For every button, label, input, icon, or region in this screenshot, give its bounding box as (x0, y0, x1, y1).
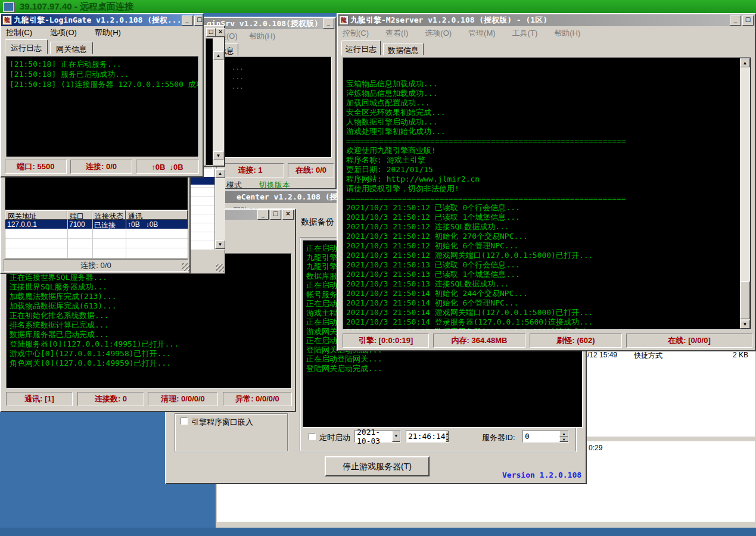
resize-grip[interactable] (216, 264, 224, 272)
spin-down-icon[interactable]: ▼ (559, 437, 568, 442)
row-line (190, 232, 214, 232)
minimize-button[interactable]: _ (182, 15, 193, 26)
selected-row[interactable] (190, 177, 214, 185)
row-line (190, 214, 214, 214)
rdp-connection-bar[interactable]: 39.107.97.40 - 远程桌面连接 (0, 0, 756, 13)
row-line (190, 241, 214, 241)
status-time: 0:29 (589, 444, 602, 452)
tab-run-log[interactable]: 运行日志 (5, 39, 48, 54)
bottom-strip (0, 528, 756, 536)
cell-address[interactable]: 127.0.0.1 (5, 220, 67, 229)
stop-server-button[interactable]: 停止游戏服务器(T) (325, 456, 430, 476)
maximize-button[interactable]: □ (270, 210, 281, 220)
remote-desktop-icon (3, 2, 14, 12)
cell-state[interactable]: 已连接 (92, 220, 126, 229)
spin-up-icon[interactable]: ▲ (446, 431, 449, 437)
status-online: 在线: 0/0 (288, 163, 334, 177)
selgate-log (5, 176, 188, 211)
close-button[interactable]: × (282, 210, 294, 220)
table-gridline (5, 248, 188, 248)
cell-port[interactable]: 7100 (67, 220, 92, 229)
window-bottom-border (217, 522, 755, 526)
tab-data-info[interactable]: 数据信息 (383, 43, 424, 55)
chevron-down-icon[interactable]: ▼ (392, 431, 400, 442)
maximize-button[interactable]: □ (194, 15, 203, 26)
column-header-address[interactable]: 网关地址 (5, 210, 67, 220)
titlebar[interactable]: 龍 九龍引擎-LoginGate v1.2.0.108 (授权... _ □ × (1, 14, 203, 26)
menubar[interactable]: 控制(C)查看(I)选项(O)管理(M)工具(T)帮助(H) (338, 28, 755, 39)
menu-item[interactable]: 工具(T) (508, 29, 538, 38)
menu-item[interactable]: 控制(C) (1, 28, 32, 37)
cell-traffic[interactable]: ↑0B ↓0B (126, 220, 188, 229)
menu-item-help[interactable]: 帮助(H) (249, 31, 275, 42)
row-line (190, 196, 214, 197)
scroll-up-icon[interactable]: ▲ (215, 169, 225, 178)
spin-up-icon[interactable]: ▲ (559, 431, 568, 437)
file-size: 2 KB (733, 351, 748, 359)
menu-item[interactable]: 管理(M) (463, 29, 496, 38)
log-line: 人物数据引擎启动成功... (346, 117, 751, 127)
vertical-scrollbar[interactable]: ▲ ▼ (213, 38, 224, 166)
scroll-up-icon[interactable]: ▲ (213, 51, 223, 60)
window-rungate-fragment: □ × ▲ ▼ (203, 25, 225, 167)
log-line: ========================================… (346, 136, 751, 146)
spin-down-icon[interactable]: ▼ (446, 437, 449, 442)
time-spin-buttons[interactable]: ▲ ▼ (446, 431, 449, 442)
log-line: 请使用授权引擎，切勿非法使用! (346, 184, 751, 194)
embed-checkbox-label: 引擎程序窗口嵌入 (191, 417, 253, 428)
menu-item[interactable]: 选项(O) (45, 28, 77, 37)
maximize-button[interactable]: □ (742, 15, 754, 26)
log-line: 2021/10/3 21:50:12 初始化 6个管理NPC... (346, 241, 751, 251)
start-time-spinner[interactable]: 21:46:14 ▲ ▼ (406, 430, 449, 442)
log-line: 登陆服务器[0](127.0.0.1:49951)已打开... (10, 339, 291, 349)
start-time-value: 21:46:14 (408, 432, 446, 441)
vertical-scrollbar[interactable]: ▲ ▼ (740, 58, 750, 329)
log-line: 2021/10/3 21:50:13 连接SQL数据成功... (346, 279, 751, 289)
column-header-port[interactable]: 端口 (67, 210, 92, 220)
menu-item[interactable]: 帮助(H) (90, 28, 121, 37)
titlebar[interactable]: 龍 九龍引擎-M2server v1.2.0.108 (授权版) - (1区) … (338, 14, 755, 26)
list-fragment[interactable] (190, 169, 215, 250)
menu-item[interactable]: 选项(O) (420, 29, 452, 38)
table-gridline (67, 220, 68, 258)
minimize-button[interactable]: _ (323, 18, 334, 29)
server-id-label: 服务器ID: (482, 432, 515, 443)
column-header-state[interactable]: 连接状态 (92, 210, 126, 220)
status-comm: 通讯: [1] (6, 392, 73, 406)
embed-checkbox[interactable] (181, 417, 188, 425)
log-line: [21:50:18] 正在启动服务... (10, 59, 198, 69)
log-line: 加载魔法数据库完成(213)... (10, 292, 291, 301)
menu-item[interactable]: 帮助(H) (549, 29, 580, 38)
menu-item[interactable]: 控制(C) (338, 29, 369, 38)
tab-run-log[interactable]: 运行日志 (341, 40, 381, 55)
resize-grip[interactable] (182, 263, 189, 271)
scroll-down-icon[interactable]: ▼ (213, 151, 223, 160)
switch-version-link[interactable]: 切换版本 (259, 180, 290, 191)
minimize-button[interactable]: _ (730, 15, 741, 26)
vertical-scrollbar[interactable]: ▲ ▼ (215, 169, 225, 250)
log-line: 加载物品数据库完成(613)... (10, 301, 291, 311)
status-cleanup: 清理: 0/0/0/0 (148, 392, 218, 406)
log-line: 排名系统数据计算已完成... (10, 320, 291, 330)
menu-item[interactable]: 查看(I) (381, 29, 408, 38)
scroll-up-icon[interactable]: ▲ (740, 58, 750, 67)
status-engine: 引擎: [0:0:0:19] (343, 334, 429, 348)
minimize-button[interactable]: _ (257, 210, 269, 220)
close-button[interactable]: × (216, 28, 225, 37)
maximize-button[interactable]: □ (206, 28, 216, 37)
log-line: 加载回城点配置成功... (346, 98, 751, 108)
log-line: 淬炼物品信息加载成功... (346, 89, 751, 98)
scroll-down-icon[interactable]: ▼ (215, 240, 225, 249)
m2server-log: 宝箱物品信息加载成功...淬炼物品信息加载成功...加载回城点配置成功...安全… (343, 57, 751, 330)
server-id-spinner[interactable]: 0 ▲ ▼ (522, 430, 569, 442)
scroll-down-icon[interactable]: ▼ (740, 320, 750, 329)
timer-checkbox[interactable] (309, 433, 316, 440)
menubar[interactable]: 控制(C)选项(O)帮助(H) (1, 27, 203, 39)
column-header-traffic[interactable]: 通讯 (126, 210, 188, 220)
gate-table[interactable]: 网关地址 端口 连接状态 通讯 127.0.0.1 7100 已连接 ↑0B ↓… (5, 210, 188, 258)
start-date-combobox[interactable]: 2021-10-03 ▼ (354, 430, 401, 442)
status-spawn: 刷怪: (602) (530, 334, 622, 348)
server-id-spin-buttons[interactable]: ▲ ▼ (559, 431, 568, 442)
tab-gate-info[interactable]: 网关信息 (50, 42, 93, 54)
scrollbar-thumb[interactable] (740, 281, 750, 319)
